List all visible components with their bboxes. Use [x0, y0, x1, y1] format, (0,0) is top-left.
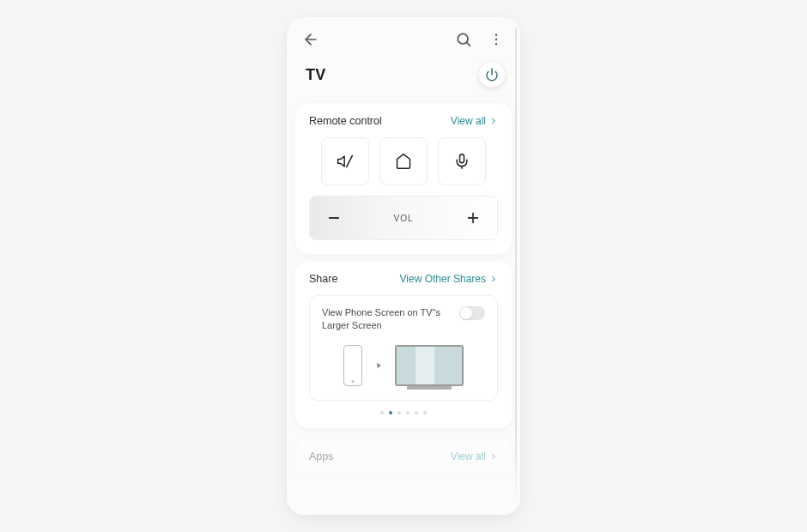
home-button[interactable]: [379, 137, 428, 185]
arrow-right-icon: [374, 361, 383, 370]
apps-title: Apps: [309, 450, 334, 462]
share-view-other[interactable]: View Other Shares: [400, 273, 499, 285]
phone-illustration-icon: [343, 345, 362, 386]
svg-marker-14: [377, 363, 381, 368]
pager-dot[interactable]: [397, 411, 401, 414]
apps-view-all-label: View all: [451, 450, 486, 462]
volume-down-button[interactable]: [322, 206, 346, 230]
svg-rect-9: [460, 154, 464, 163]
power-icon: [485, 68, 499, 82]
device-frame: TV Remote control View all: [287, 17, 520, 515]
pager: [309, 411, 498, 414]
svg-line-2: [467, 43, 470, 46]
volume-label: VOL: [393, 214, 413, 223]
pager-dot[interactable]: [380, 411, 384, 414]
svg-point-3: [495, 34, 497, 36]
share-tile[interactable]: View Phone Screen on TV"s Larger Screen: [309, 295, 498, 401]
chevron-right-icon: [489, 275, 498, 283]
remote-title: Remote control: [309, 115, 382, 127]
microphone-icon: [453, 153, 470, 170]
share-description: View Phone Screen on TV"s Larger Screen: [322, 306, 451, 333]
tv-illustration-icon: [395, 345, 464, 386]
share-view-other-label: View Other Shares: [400, 273, 487, 285]
mute-icon: [337, 153, 354, 170]
minus-icon: [326, 210, 342, 226]
chevron-right-icon: [489, 117, 498, 125]
remote-view-all[interactable]: View all: [451, 115, 498, 127]
apps-view-all[interactable]: View all: [451, 450, 498, 462]
remote-card: Remote control View all: [295, 103, 512, 254]
mic-button[interactable]: [438, 137, 486, 185]
pager-dot[interactable]: [423, 411, 427, 414]
chevron-right-icon: [489, 452, 498, 461]
content: Remote control View all: [287, 103, 520, 475]
top-bar: [287, 17, 520, 53]
search-button[interactable]: [453, 29, 474, 50]
share-card: Share View Other Shares View Phone Scree…: [295, 261, 512, 428]
overflow-button[interactable]: [486, 29, 507, 50]
svg-point-1: [458, 33, 468, 44]
mute-button[interactable]: [321, 137, 369, 185]
pager-dot[interactable]: [389, 411, 392, 414]
pager-dot[interactable]: [406, 411, 410, 414]
volume-up-button[interactable]: [461, 206, 485, 230]
svg-point-4: [495, 39, 497, 40]
remote-view-all-label: View all: [451, 115, 486, 127]
svg-line-8: [347, 155, 353, 166]
more-vertical-icon: [488, 32, 504, 47]
scroll-indicator: [515, 27, 517, 496]
plus-icon: [465, 210, 481, 226]
share-illustration: [322, 345, 485, 386]
screen-mirror-toggle[interactable]: [459, 306, 485, 320]
share-title: Share: [309, 273, 337, 285]
home-icon: [395, 153, 412, 170]
pager-dot[interactable]: [415, 411, 418, 414]
volume-bar: VOL: [309, 196, 498, 240]
title-row: TV: [287, 53, 520, 103]
page-title: TV: [306, 66, 325, 84]
search-icon: [455, 31, 472, 48]
arrow-left-icon: [302, 31, 319, 48]
back-button[interactable]: [300, 29, 321, 50]
svg-marker-7: [338, 156, 345, 166]
power-button[interactable]: [479, 62, 505, 88]
svg-point-5: [495, 43, 497, 45]
apps-card: Apps View all: [295, 438, 512, 475]
